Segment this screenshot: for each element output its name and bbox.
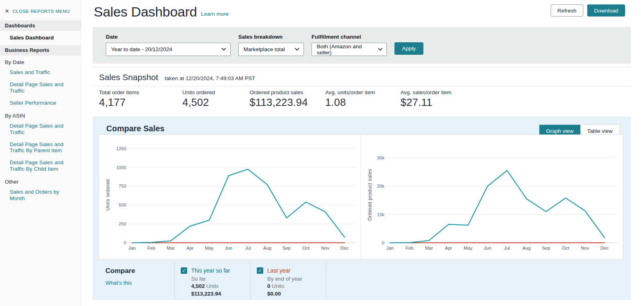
svg-text:Ordered product sales: Ordered product sales — [367, 169, 373, 221]
chevron-down-icon — [295, 46, 299, 50]
svg-text:Units ordered: Units ordered — [105, 179, 111, 211]
page-title-row: Sales Dashboard Learn more — [94, 4, 229, 20]
svg-text:Sep: Sep — [542, 246, 550, 250]
sales-snapshot-header: Sales Snapshot taken at 12/20/2024, 7:49… — [93, 67, 631, 87]
metric-label: Avg. units/order item — [325, 89, 375, 95]
legend-last-year-units: 0 Units — [267, 283, 302, 290]
svg-text:1000: 1000 — [116, 165, 126, 170]
svg-text:Aug: Aug — [263, 246, 271, 250]
page-title: Sales Dashboard — [94, 4, 197, 20]
legend-this-year-sales: $113,223.94 — [191, 290, 230, 298]
fulfillment-channel-label: Fulfillment channel — [312, 34, 387, 40]
charts-panel: 025050075010001250JanFebMarAprMayJunJulA… — [99, 134, 623, 260]
sidebar-item-detail-page-sales-and-traffic-by-asin[interactable]: Detail Page Sales and Traffic — [0, 120, 81, 139]
svg-text:Jan: Jan — [386, 246, 394, 250]
units-ordered-chart: 025050075010001250JanFebMarAprMayJunJulA… — [99, 135, 361, 259]
metric-label: Total order items — [99, 89, 139, 95]
svg-text:Feb: Feb — [406, 246, 414, 250]
legend-last-year-text: Last year By end of year 0 Units $0.00 — [267, 267, 302, 300]
svg-text:Apr: Apr — [186, 246, 194, 250]
sales-breakdown-filter: Sales breakdown Marketplace total — [238, 34, 304, 64]
metric-value: $27.11 — [400, 96, 452, 109]
sidebar-item-detail-page-sales-and-traffic-by-date[interactable]: Detail Page Sales and Traffic — [0, 79, 81, 97]
close-reports-menu-label: CLOSE REPORTS MENU — [12, 9, 70, 14]
sidebar-item-sales-dashboard[interactable]: Sales Dashboard — [0, 31, 81, 45]
whats-this-link[interactable]: What's this — [105, 280, 174, 286]
svg-text:Oct: Oct — [562, 246, 570, 250]
sales-breakdown-select[interactable]: Marketplace total — [238, 43, 304, 56]
legend-item-this-year: ✓ This year so far So far 4,502 Units $1… — [174, 262, 250, 300]
svg-text:750: 750 — [119, 184, 126, 188]
svg-text:May: May — [205, 246, 214, 250]
date-filter-label: Date — [106, 34, 231, 40]
ordered-product-sales-chart: 010k20k30kJanFebMarAprMayJunJulAugSepOct… — [361, 135, 623, 259]
chevron-down-icon — [378, 46, 382, 50]
sidebar-item-seller-performance[interactable]: Seller Performance — [0, 97, 81, 109]
svg-text:Mar: Mar — [167, 246, 175, 250]
metric-value: 4,177 — [99, 96, 139, 109]
sidebar-item-detail-page-by-child-item[interactable]: Detail Page Sales and Traffic By Child I… — [0, 157, 81, 175]
fulfillment-channel-select[interactable]: Both (Amazon and seller) — [312, 43, 387, 56]
svg-text:Aug: Aug — [522, 246, 530, 250]
svg-text:Dec: Dec — [601, 246, 609, 250]
learn-more-link[interactable]: Learn more — [201, 11, 229, 20]
svg-text:0: 0 — [382, 240, 384, 245]
svg-text:Nov: Nov — [321, 246, 330, 250]
sidebar-item-sales-and-orders-by-month[interactable]: Sales and Orders by Month — [0, 186, 81, 205]
date-select-value: Year to date - 20/12/2024 — [111, 46, 172, 52]
metric-value: 1.08 — [325, 96, 375, 109]
apply-button[interactable]: Apply — [394, 42, 423, 55]
last-year-checkbox[interactable]: ✓ — [257, 267, 263, 274]
svg-text:Jan: Jan — [128, 246, 136, 250]
compare-title: Compare — [105, 267, 174, 275]
snapshot-metrics: Total order items 4,177 Units ordered 4,… — [93, 87, 631, 116]
sales-snapshot-title: Sales Snapshot — [99, 72, 158, 82]
metric-ordered-product-sales: Ordered product sales $113,223.94 — [250, 89, 308, 109]
svg-text:Feb: Feb — [147, 246, 155, 250]
chevron-down-icon — [221, 46, 226, 50]
sales-breakdown-label: Sales breakdown — [238, 34, 304, 40]
refresh-button[interactable]: Refresh — [551, 4, 583, 17]
legend-this-year-name: This year so far — [191, 267, 230, 275]
compare-sales-section: Compare Sales Graph view Table view 0250… — [93, 116, 631, 300]
reports-sidebar: ✕ CLOSE REPORTS MENU Dashboards Sales Da… — [0, 0, 81, 306]
svg-text:Dec: Dec — [341, 246, 349, 250]
legend-this-year-text: This year so far So far 4,502 Units $113… — [191, 267, 230, 300]
main-content: Sales Dashboard Learn more Refresh Downl… — [81, 0, 631, 306]
svg-text:Jun: Jun — [225, 246, 233, 250]
sidebar-item-detail-page-by-parent-item[interactable]: Detail Page Sales and Traffic By Parent … — [0, 139, 81, 157]
svg-text:Nov: Nov — [581, 246, 589, 250]
download-button[interactable]: Download — [587, 4, 625, 17]
svg-text:Apr: Apr — [445, 246, 452, 250]
svg-text:Jul: Jul — [504, 246, 510, 250]
compare-sales-title: Compare Sales — [106, 124, 165, 133]
sales-snapshot-section: Sales Snapshot taken at 12/20/2024, 7:49… — [93, 67, 631, 116]
close-reports-menu-button[interactable]: ✕ CLOSE REPORTS MENU — [0, 0, 81, 21]
units-value: 4,502 — [191, 283, 205, 289]
sidebar-item-sales-and-traffic[interactable]: Sales and Traffic — [0, 66, 81, 79]
units-word: Units — [206, 283, 219, 289]
metric-value: $113,223.94 — [250, 96, 308, 109]
metric-avg-sales-order-item: Avg. sales/order item $27.11 — [400, 89, 452, 109]
sidebar-section-business-reports: Business Reports — [0, 45, 81, 56]
date-select[interactable]: Year to date - 20/12/2024 — [106, 43, 231, 56]
sidebar-group-other: Other — [0, 175, 81, 186]
this-year-checkbox[interactable]: ✓ — [181, 267, 187, 274]
metric-label: Ordered product sales — [250, 89, 308, 95]
svg-text:Oct: Oct — [302, 246, 310, 250]
svg-text:Jun: Jun — [484, 246, 491, 250]
date-filter: Date Year to date - 20/12/2024 — [106, 34, 231, 64]
sales-snapshot-timestamp: taken at 12/20/2024, 7:49:03 AM PST — [165, 75, 255, 82]
svg-text:Jul: Jul — [245, 246, 251, 250]
sidebar-group-by-date: By Date — [0, 56, 81, 66]
legend-item-last-year: ✓ Last year By end of year 0 Units $0.00 — [250, 262, 326, 300]
metric-total-order-items: Total order items 4,177 — [99, 89, 139, 109]
legend-this-year-sub: So far — [191, 275, 230, 283]
metric-value: 4,502 — [182, 96, 215, 109]
legend-last-year-name: Last year — [267, 267, 302, 275]
metric-label: Units ordered — [182, 89, 215, 95]
compare-legend: Compare What's this ✓ This year so far S… — [99, 262, 326, 300]
svg-text:250: 250 — [119, 221, 126, 226]
fulfillment-channel-filter: Fulfillment channel Both (Amazon and sel… — [312, 34, 387, 64]
fulfillment-channel-value: Both (Amazon and seller) — [317, 43, 373, 56]
